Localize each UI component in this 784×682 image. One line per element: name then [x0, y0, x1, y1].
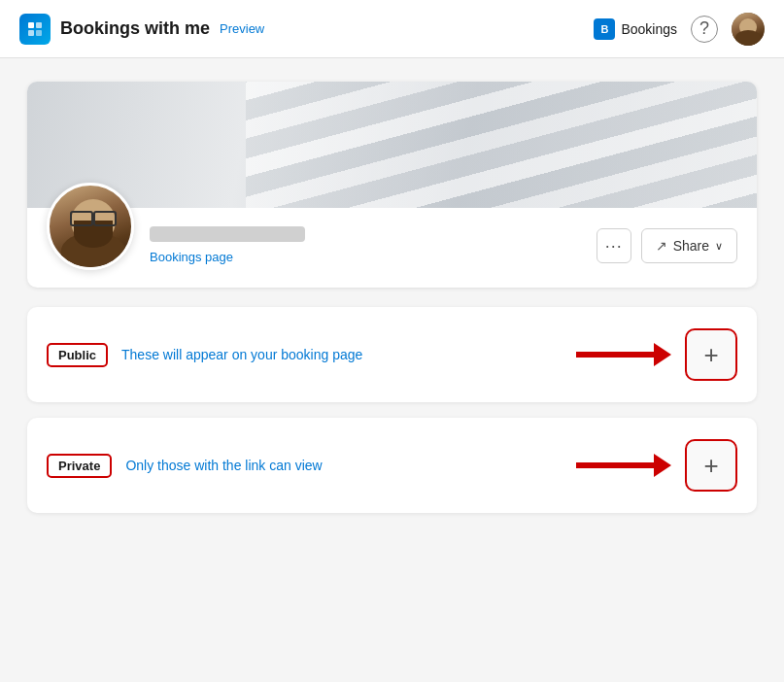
navbar: Bookings with me Preview B Bookings ?: [0, 0, 784, 58]
svg-rect-2: [28, 30, 34, 36]
profile-info: Bookings page ··· ↗ Share ∨: [27, 208, 757, 288]
private-description: Only those with the link can view: [125, 458, 576, 473]
app-logo: [19, 14, 51, 45]
app-title: Bookings with me: [60, 18, 210, 39]
profile-card: Bookings page ··· ↗ Share ∨: [27, 82, 757, 288]
navbar-right: B Bookings ?: [594, 13, 765, 46]
svg-rect-1: [36, 22, 42, 28]
arrow-shaft-private: [576, 462, 654, 468]
red-arrow-private: [576, 454, 671, 477]
private-add-button[interactable]: +: [685, 439, 737, 492]
arrow-head-private: [654, 454, 671, 477]
profile-sub-label: Bookings page: [150, 250, 233, 264]
public-badge: Public: [47, 343, 108, 367]
profile-text: Bookings page: [150, 226, 581, 265]
share-label: Share: [673, 238, 709, 254]
navbar-left: Bookings with me Preview: [19, 14, 264, 45]
profile-name-redacted: [150, 226, 305, 242]
share-chevron: ∨: [715, 240, 723, 253]
bookings-nav-icon: B: [594, 18, 615, 40]
svg-rect-0: [28, 22, 34, 28]
more-options-button[interactable]: ···: [597, 228, 631, 263]
profile-avatar-wrap: [47, 183, 134, 270]
arrow-head-public: [654, 343, 671, 366]
share-button[interactable]: ↗ Share ∨: [641, 228, 737, 263]
private-badge: Private: [47, 454, 112, 478]
public-arrow: [576, 343, 671, 366]
profile-avatar: [47, 183, 134, 270]
user-avatar[interactable]: [732, 13, 765, 46]
bookings-nav-label: Bookings: [621, 21, 677, 37]
main-content: Bookings page ··· ↗ Share ∨ Public These…: [0, 58, 784, 552]
glasses-detail: [68, 211, 119, 222]
arrow-shaft-public: [576, 352, 654, 358]
public-description: These will appear on your booking page: [121, 347, 576, 362]
avatar-image: [732, 13, 765, 46]
preview-link[interactable]: Preview: [220, 21, 264, 36]
private-arrow: [576, 454, 671, 477]
profile-banner: [27, 82, 757, 208]
public-section-card: Public These will appear on your booking…: [27, 307, 757, 402]
share-icon: ↗: [656, 238, 667, 254]
bookings-nav[interactable]: B Bookings: [594, 18, 677, 40]
svg-rect-3: [36, 30, 42, 36]
help-icon[interactable]: ?: [691, 16, 718, 43]
private-section-card: Private Only those with the link can vie…: [27, 418, 757, 513]
red-arrow-public: [576, 343, 671, 366]
public-add-button[interactable]: +: [685, 328, 737, 381]
profile-actions: ··· ↗ Share ∨: [597, 228, 737, 263]
